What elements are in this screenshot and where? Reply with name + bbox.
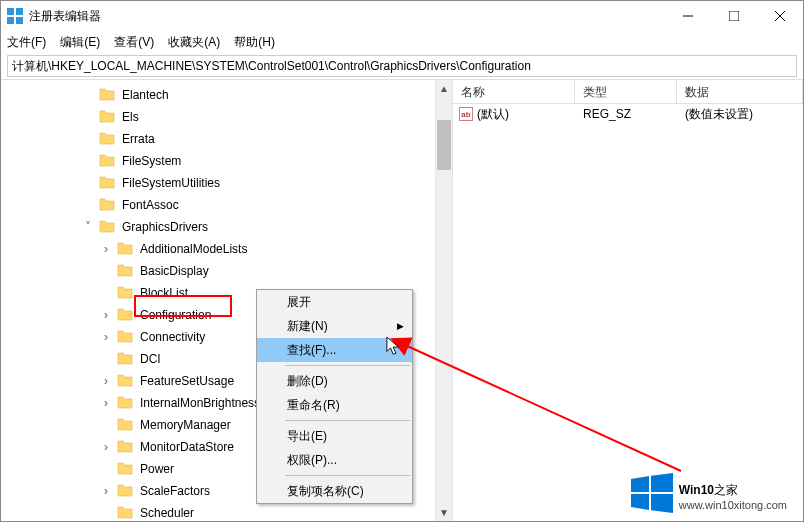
tree-item-label: FileSystem <box>119 153 184 169</box>
ctx-expand[interactable]: 展开 <box>257 290 412 314</box>
expand-icon[interactable]: › <box>99 374 113 388</box>
ctx-delete[interactable]: 删除(D) <box>257 369 412 393</box>
title-bar: 注册表编辑器 <box>1 1 803 31</box>
svg-rect-1 <box>16 8 23 15</box>
menu-view[interactable]: 查看(V) <box>114 34 154 51</box>
menu-edit[interactable]: 编辑(E) <box>60 34 100 51</box>
scroll-up-icon[interactable]: ▲ <box>436 80 452 97</box>
value-data: (数值未设置) <box>677 106 803 123</box>
list-row[interactable]: ab(默认)REG_SZ(数值未设置) <box>453 104 803 124</box>
expand-icon[interactable]: › <box>99 242 113 256</box>
list-rows: ab(默认)REG_SZ(数值未设置) <box>453 104 803 124</box>
expand-icon[interactable]: › <box>99 396 113 410</box>
folder-icon <box>113 505 137 522</box>
svg-rect-0 <box>7 8 14 15</box>
folder-icon <box>95 175 119 192</box>
tree-item[interactable]: FontAssoc <box>1 194 452 216</box>
ctx-export[interactable]: 导出(E) <box>257 424 412 448</box>
column-name[interactable]: 名称 <box>453 80 575 103</box>
svg-rect-2 <box>7 17 14 24</box>
scroll-thumb[interactable] <box>437 120 451 170</box>
submenu-arrow-icon: ▶ <box>397 321 404 331</box>
ctx-rename-label: 重命名(R) <box>287 397 340 414</box>
folder-icon <box>113 263 137 280</box>
watermark-url: www.win10xitong.com <box>679 499 787 511</box>
window-title: 注册表编辑器 <box>29 8 665 25</box>
tree-item[interactable]: FileSystem <box>1 150 452 172</box>
tree-item-label: Scheduler <box>137 505 197 521</box>
menu-help[interactable]: 帮助(H) <box>234 34 275 51</box>
tree-item-label: InternalMonBrightness <box>137 395 263 411</box>
context-menu: 展开 新建(N)▶ 查找(F)... 删除(D) 重命名(R) 导出(E) 权限… <box>256 289 413 504</box>
folder-icon <box>113 461 137 478</box>
expand-icon[interactable]: › <box>99 440 113 454</box>
tree-item[interactable]: ›AdditionalModeLists <box>1 238 452 260</box>
folder-icon <box>95 87 119 104</box>
folder-icon <box>113 483 137 500</box>
maximize-button[interactable] <box>711 1 757 31</box>
tree-item[interactable]: Scheduler <box>1 502 452 521</box>
tree-item[interactable]: BasicDisplay <box>1 260 452 282</box>
tree-scrollbar[interactable]: ▲ ▼ <box>435 80 452 521</box>
ctx-separator <box>285 475 410 476</box>
windows-logo-icon <box>631 473 673 513</box>
tree-item[interactable]: FileSystemUtilities <box>1 172 452 194</box>
folder-icon <box>95 197 119 214</box>
tree-item-label: DCI <box>137 351 164 367</box>
tree-item-label: GraphicsDrivers <box>119 219 211 235</box>
app-icon <box>7 8 23 24</box>
close-button[interactable] <box>757 1 803 31</box>
folder-icon <box>113 307 137 324</box>
menu-file[interactable]: 文件(F) <box>7 34 46 51</box>
folder-icon <box>113 395 137 412</box>
folder-icon <box>95 109 119 126</box>
ctx-copy-key-name[interactable]: 复制项名称(C) <box>257 479 412 503</box>
column-type[interactable]: 类型 <box>575 80 677 103</box>
collapse-icon[interactable]: ˅ <box>81 220 95 234</box>
folder-icon <box>113 285 137 302</box>
folder-icon <box>95 153 119 170</box>
tree-item-label: MonitorDataStore <box>137 439 237 455</box>
ctx-separator <box>285 420 410 421</box>
ctx-new-label: 新建(N) <box>287 318 328 335</box>
folder-icon <box>113 241 137 258</box>
expand-icon[interactable]: › <box>99 330 113 344</box>
string-value-icon: ab <box>459 107 473 121</box>
value-type: REG_SZ <box>575 107 677 121</box>
minimize-button[interactable] <box>665 1 711 31</box>
tree-item-label: FeatureSetUsage <box>137 373 237 389</box>
tree-item-label: BlockList <box>137 285 191 301</box>
watermark: Win10之家 www.win10xitong.com <box>631 473 787 513</box>
window-controls <box>665 1 803 31</box>
tree-item[interactable]: Elantech <box>1 84 452 106</box>
ctx-permissions[interactable]: 权限(P)... <box>257 448 412 472</box>
folder-icon <box>95 219 119 236</box>
watermark-brand: Win10 <box>679 483 714 497</box>
tree-item[interactable]: ˅GraphicsDrivers <box>1 216 452 238</box>
folder-icon <box>113 329 137 346</box>
folder-icon <box>113 373 137 390</box>
ctx-rename[interactable]: 重命名(R) <box>257 393 412 417</box>
address-bar[interactable]: 计算机\HKEY_LOCAL_MACHINE\SYSTEM\ControlSet… <box>7 55 797 77</box>
tree-item-label: FontAssoc <box>119 197 182 213</box>
watermark-suffix: 之家 <box>714 483 738 497</box>
ctx-export-label: 导出(E) <box>287 428 327 445</box>
tree-item[interactable]: Els <box>1 106 452 128</box>
cursor-icon <box>386 336 404 358</box>
value-name: (默认) <box>477 106 509 123</box>
ctx-delete-label: 删除(D) <box>287 373 328 390</box>
folder-icon <box>113 351 137 368</box>
tree-item[interactable]: Errata <box>1 128 452 150</box>
svg-rect-5 <box>729 11 739 21</box>
expand-icon[interactable]: › <box>99 484 113 498</box>
folder-icon <box>95 131 119 148</box>
expand-icon[interactable]: › <box>99 308 113 322</box>
column-data[interactable]: 数据 <box>677 80 803 103</box>
menu-favorites[interactable]: 收藏夹(A) <box>168 34 220 51</box>
ctx-new[interactable]: 新建(N)▶ <box>257 314 412 338</box>
ctx-expand-label: 展开 <box>287 294 311 311</box>
ctx-separator <box>285 365 410 366</box>
scroll-down-icon[interactable]: ▼ <box>436 504 452 521</box>
address-path: 计算机\HKEY_LOCAL_MACHINE\SYSTEM\ControlSet… <box>12 58 531 75</box>
svg-rect-3 <box>16 17 23 24</box>
